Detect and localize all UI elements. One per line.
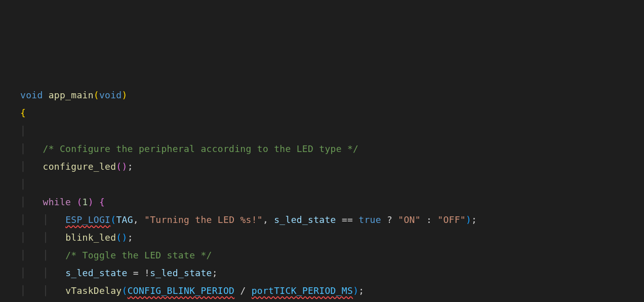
semicolon: ; [471,214,477,225]
paren-open: ( [116,161,122,172]
indent-guide: │ [20,197,26,207]
operator-ternary-colon: : [426,214,432,225]
paren-open: ( [76,197,82,207]
operator-ternary-q: ? [387,214,392,225]
number-literal: 1 [83,197,88,207]
identifier-s_led_state: s_led_state [274,214,336,225]
macro-esp-logi: ESP_LOGI [65,214,110,225]
indent-guide: │ [43,232,49,243]
identifier-tag: TAG [116,214,133,225]
indent-guide: │ [43,250,49,260]
indent-guide: │ [20,232,26,243]
indent-guide: │ [20,161,26,172]
function-call-blink_led: blink_led [65,232,116,243]
function-name-app_main: app_main [49,90,94,100]
function-call-configure_led: configure_led [43,161,116,172]
paren-open: ( [110,214,116,225]
indent-guide: │ [20,250,26,260]
operator-assign: = [133,268,139,278]
indent-guide: │ [20,214,26,225]
operator-div: / [240,285,246,296]
constant-config-blink-period: CONFIG_BLINK_PERIOD [128,285,235,296]
semicolon: ; [212,268,218,278]
code-editor[interactable]: void app_main(void) { │ │ /* Configure t… [20,86,624,302]
semicolon: ; [128,161,133,172]
paren-close: ) [466,214,471,225]
string-literal-off: "OFF" [437,214,466,225]
paren-close: ) [122,232,128,243]
indent-guide: │ [20,179,26,190]
identifier-s_led_state: s_led_state [65,268,128,278]
indent-guide: │ [20,126,26,136]
identifier-s_led_state: s_led_state [150,268,212,278]
operator-eqeq: == [342,214,353,225]
paren-close: ) [88,197,94,207]
paren-close: ) [122,161,127,172]
indent-guide: │ [43,268,49,278]
indent-guide: │ [43,285,49,296]
indent-guide: │ [20,143,26,154]
keyword-while: while [43,197,71,207]
comment: /* Configure the peripheral according to… [43,143,359,154]
brace-open: { [99,197,105,207]
string-literal-on: "ON" [398,214,421,225]
paren-open: ( [122,285,128,296]
indent-guide: │ [43,214,49,225]
operator-not: ! [144,268,150,278]
paren-open: ( [94,90,99,100]
indent-guide: │ [20,268,26,278]
paren-open: ( [116,232,122,243]
string-literal: "Turning the LED %s!" [144,214,263,225]
function-call-vtaskdelay: vTaskDelay [65,285,122,296]
semicolon: ; [128,232,133,243]
paren-close: ) [353,285,358,296]
constant-porttick-period-ms: portTICK_PERIOD_MS [252,285,353,296]
keyword-void: void [20,90,43,100]
keyword-void: void [99,90,122,100]
paren-close: ) [122,90,128,100]
indent-guide: │ [20,285,26,296]
brace-open: { [20,107,26,118]
keyword-true: true [358,214,381,225]
comment: /* Toggle the LED state */ [65,250,212,260]
semicolon: ; [358,285,364,296]
